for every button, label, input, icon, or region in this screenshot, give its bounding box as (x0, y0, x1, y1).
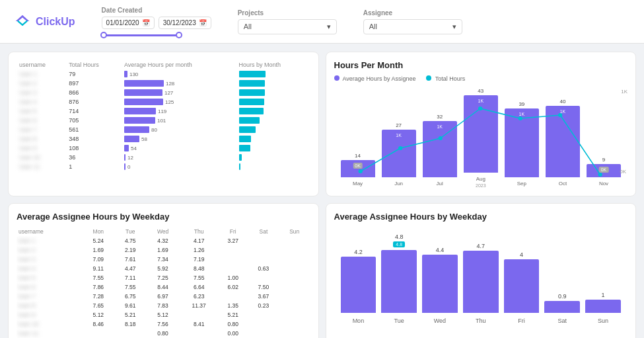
heatmap-cell: 9.11 (81, 264, 115, 273)
heatmap-row: User 37.097.617.347.19 (17, 255, 310, 264)
wd-bar-value: 4.7 (476, 243, 485, 249)
table-row: User 5 (17, 106, 66, 116)
chart-bar: 0K (341, 160, 375, 177)
hours-per-month-title: Hours Per Month (334, 60, 628, 70)
heatmap-username: User 3 (17, 255, 81, 264)
bar-month-label: Aug (476, 176, 485, 182)
wd-day-label: Sun (585, 317, 621, 324)
heatmap-col-header: username (17, 227, 81, 236)
wd-bar-value: 0.9 (558, 293, 567, 300)
date-filter-label: Date Created (102, 7, 211, 14)
heatmap-cell: 7.65 (81, 301, 115, 310)
heatmap-username: User 1 (17, 236, 81, 245)
heatmap-row: User 67.867.558.446.646.027.50 (17, 282, 310, 292)
purple-bar (124, 126, 149, 133)
bar-badge: 0K (599, 167, 609, 173)
weekday-chart-title: Average Assignee Hours by Weekday (334, 212, 628, 222)
heatmap-col-header: Fri (218, 227, 248, 236)
month-sparkline-cell (236, 116, 310, 125)
bar-value: 32 (437, 114, 443, 120)
projects-filter-group: Projects All ▾ (238, 9, 337, 34)
heatmap-row: User 21.692.191.691.26 (17, 245, 310, 255)
heatmap-cell (279, 292, 310, 301)
heatmap-cell: 7.25 (145, 273, 180, 282)
heatmap-col-header: Wed (145, 227, 180, 236)
total-hours-cell: 876 (66, 97, 122, 106)
purple-bar (124, 145, 129, 151)
wd-bar (504, 259, 540, 313)
heatmap-table: usernameMonTueWedThuFriSatSunUser 15.244… (17, 227, 310, 338)
heatmap-cell (279, 301, 310, 310)
table-row: User 10 (17, 153, 66, 162)
heatmap-cell (248, 310, 279, 319)
heatmap-cell: 1.26 (180, 245, 218, 255)
date-slider[interactable] (102, 34, 211, 36)
bar-chart: 14 0K May 27 1K Jun 32 1K Jul 43 1K Aug … (334, 89, 628, 188)
month-sparkline-cell (236, 134, 310, 144)
heatmap-username: User 4 (17, 264, 81, 273)
bar-badge: 1K (394, 132, 404, 138)
weekday-bar-group: 4 (504, 251, 540, 313)
blue-bar (239, 145, 250, 151)
heatmap-cell: 6.23 (180, 292, 218, 301)
purple-bar (124, 71, 127, 77)
wd-bar (544, 301, 580, 313)
purple-bar (124, 80, 164, 87)
projects-select[interactable]: All ▾ (238, 19, 337, 34)
heatmap-cell: 6.02 (218, 282, 248, 292)
heatmap-cell (279, 245, 310, 255)
date-to-input[interactable]: 30/12/2023 📅 (159, 17, 211, 29)
avg-bar-cell: 0 (122, 162, 236, 171)
heatmap-cell (218, 292, 248, 301)
date-from-input[interactable]: 01/01/2020 📅 (102, 17, 155, 29)
heatmap-username: User 10 (17, 319, 81, 329)
heatmap-cell (279, 329, 310, 338)
table-row: User 8 (17, 134, 66, 144)
heatmap-cell: 1.35 (218, 301, 248, 310)
legend-avg: Average Hours by Assignee (334, 75, 416, 82)
blue-bar (239, 117, 260, 124)
bar-month-label: Oct (559, 181, 567, 187)
bar-group: 9 0K Nov (587, 157, 621, 188)
heatmap-row: User 87.659.617.8311.371.350.23 (17, 301, 310, 310)
avg-bar-cell: 101 (122, 116, 236, 125)
purple-bar (124, 89, 162, 96)
table-row: User 4 (17, 97, 66, 106)
heatmap-col-header: Mon (81, 227, 115, 236)
weekday-bar-group: 4.4 (422, 247, 458, 313)
heatmap-cell: 0.80 (218, 319, 248, 329)
bar-value: 9 (602, 157, 605, 163)
heatmap-cell: 8.18 (115, 319, 145, 329)
heatmap-cell (115, 329, 145, 338)
heatmap-cell: 11.37 (180, 301, 218, 310)
total-hours-cell: 108 (66, 144, 122, 153)
assignee-select[interactable]: All ▾ (363, 19, 462, 34)
blue-bar (239, 154, 242, 161)
col-avg: Average Hours per month (122, 60, 236, 69)
heatmap-cell: 5.12 (81, 310, 115, 319)
table-row: User 9 (17, 144, 66, 153)
heatmap-cell (248, 255, 279, 264)
heatmap-col-header: Sun (279, 227, 310, 236)
hours-per-month-card: Hours Per Month Average Hours by Assigne… (326, 52, 637, 196)
weekday-bar-chart: 4.2 4.8 4.8 4.4 4.7 4 0.9 1 (334, 227, 628, 313)
heatmap-cell: 5.92 (145, 264, 180, 273)
slider-thumb-left[interactable] (100, 32, 107, 38)
chart-bar: 1K (382, 130, 416, 177)
chart-bar: 1K (546, 106, 580, 177)
slider-track (102, 34, 181, 36)
avg-bar-cell: 127 (122, 88, 236, 97)
heatmap-cell: 7.56 (145, 319, 180, 329)
heatmap-cell: 8.41 (180, 319, 218, 329)
weekday-bar-group: 0.9 (544, 293, 580, 313)
heatmap-row: User 57.557.117.257.551.00 (17, 273, 310, 282)
legend-avg-dot (334, 75, 340, 81)
wd-day-label: Mon (341, 317, 376, 324)
blue-bar (239, 89, 265, 96)
bar-month-label: May (353, 181, 363, 187)
weekday-bar-group: 1 (585, 292, 621, 313)
heatmap-cell (218, 264, 248, 273)
heatmap-row: User 77.286.756.976.233.67 (17, 292, 310, 301)
wd-day-label: Thu (463, 317, 499, 324)
slider-thumb-right[interactable] (176, 32, 182, 38)
